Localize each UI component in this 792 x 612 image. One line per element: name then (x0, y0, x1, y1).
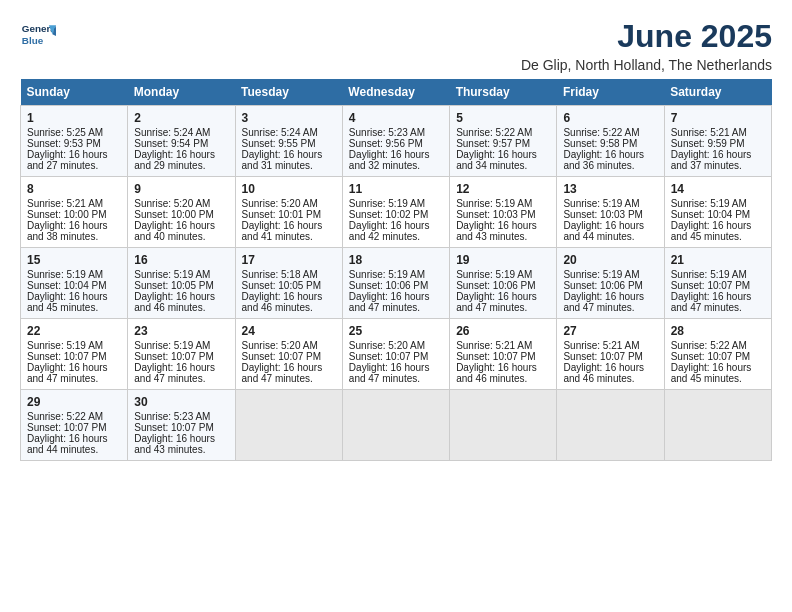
day-number: 12 (456, 182, 550, 196)
day-cell (342, 390, 449, 461)
week-row-5: 29Sunrise: 5:22 AMSunset: 10:07 PMDaylig… (21, 390, 772, 461)
day-number: 27 (563, 324, 657, 338)
day-cell: 12Sunrise: 5:19 AMSunset: 10:03 PMDaylig… (450, 177, 557, 248)
day-cell: 27Sunrise: 5:21 AMSunset: 10:07 PMDaylig… (557, 319, 664, 390)
day-cell: 24Sunrise: 5:20 AMSunset: 10:07 PMDaylig… (235, 319, 342, 390)
day-number: 4 (349, 111, 443, 125)
day-cell (557, 390, 664, 461)
day-number: 1 (27, 111, 121, 125)
week-row-1: 1Sunrise: 5:25 AMSunset: 9:53 PMDaylight… (21, 106, 772, 177)
day-cell: 4Sunrise: 5:23 AMSunset: 9:56 PMDaylight… (342, 106, 449, 177)
day-number: 20 (563, 253, 657, 267)
day-cell: 13Sunrise: 5:19 AMSunset: 10:03 PMDaylig… (557, 177, 664, 248)
day-number: 7 (671, 111, 765, 125)
day-cell: 2Sunrise: 5:24 AMSunset: 9:54 PMDaylight… (128, 106, 235, 177)
calendar-table: SundayMondayTuesdayWednesdayThursdayFrid… (20, 79, 772, 461)
day-number: 18 (349, 253, 443, 267)
day-cell: 1Sunrise: 5:25 AMSunset: 9:53 PMDaylight… (21, 106, 128, 177)
day-number: 13 (563, 182, 657, 196)
col-header-sunday: Sunday (21, 79, 128, 106)
day-number: 14 (671, 182, 765, 196)
day-number: 30 (134, 395, 228, 409)
col-header-friday: Friday (557, 79, 664, 106)
subtitle: De Glip, North Holland, The Netherlands (521, 57, 772, 73)
day-cell: 30Sunrise: 5:23 AMSunset: 10:07 PMDaylig… (128, 390, 235, 461)
col-header-wednesday: Wednesday (342, 79, 449, 106)
logo-icon: General Blue (20, 18, 56, 54)
day-cell: 18Sunrise: 5:19 AMSunset: 10:06 PMDaylig… (342, 248, 449, 319)
day-number: 16 (134, 253, 228, 267)
title-area: June 2025 De Glip, North Holland, The Ne… (521, 18, 772, 73)
day-cell: 29Sunrise: 5:22 AMSunset: 10:07 PMDaylig… (21, 390, 128, 461)
day-number: 24 (242, 324, 336, 338)
logo: General Blue (20, 18, 60, 54)
col-header-thursday: Thursday (450, 79, 557, 106)
day-cell (235, 390, 342, 461)
day-cell: 17Sunrise: 5:18 AMSunset: 10:05 PMDaylig… (235, 248, 342, 319)
col-header-tuesday: Tuesday (235, 79, 342, 106)
day-number: 8 (27, 182, 121, 196)
main-title: June 2025 (521, 18, 772, 55)
page: General Blue June 2025 De Glip, North Ho… (0, 0, 792, 473)
day-number: 19 (456, 253, 550, 267)
day-number: 17 (242, 253, 336, 267)
day-cell: 8Sunrise: 5:21 AMSunset: 10:00 PMDayligh… (21, 177, 128, 248)
col-header-saturday: Saturday (664, 79, 771, 106)
day-number: 9 (134, 182, 228, 196)
day-number: 23 (134, 324, 228, 338)
day-number: 11 (349, 182, 443, 196)
day-number: 15 (27, 253, 121, 267)
day-number: 2 (134, 111, 228, 125)
header-area: General Blue June 2025 De Glip, North Ho… (20, 18, 772, 73)
day-cell: 23Sunrise: 5:19 AMSunset: 10:07 PMDaylig… (128, 319, 235, 390)
header-row: SundayMondayTuesdayWednesdayThursdayFrid… (21, 79, 772, 106)
day-cell: 9Sunrise: 5:20 AMSunset: 10:00 PMDayligh… (128, 177, 235, 248)
week-row-4: 22Sunrise: 5:19 AMSunset: 10:07 PMDaylig… (21, 319, 772, 390)
svg-text:Blue: Blue (22, 35, 44, 46)
day-cell: 11Sunrise: 5:19 AMSunset: 10:02 PMDaylig… (342, 177, 449, 248)
day-number: 10 (242, 182, 336, 196)
day-number: 29 (27, 395, 121, 409)
day-number: 6 (563, 111, 657, 125)
day-cell: 28Sunrise: 5:22 AMSunset: 10:07 PMDaylig… (664, 319, 771, 390)
day-cell: 7Sunrise: 5:21 AMSunset: 9:59 PMDaylight… (664, 106, 771, 177)
day-cell: 16Sunrise: 5:19 AMSunset: 10:05 PMDaylig… (128, 248, 235, 319)
day-cell: 5Sunrise: 5:22 AMSunset: 9:57 PMDaylight… (450, 106, 557, 177)
day-cell: 25Sunrise: 5:20 AMSunset: 10:07 PMDaylig… (342, 319, 449, 390)
day-cell: 15Sunrise: 5:19 AMSunset: 10:04 PMDaylig… (21, 248, 128, 319)
week-row-2: 8Sunrise: 5:21 AMSunset: 10:00 PMDayligh… (21, 177, 772, 248)
day-number: 22 (27, 324, 121, 338)
day-cell: 20Sunrise: 5:19 AMSunset: 10:06 PMDaylig… (557, 248, 664, 319)
day-number: 21 (671, 253, 765, 267)
day-cell: 14Sunrise: 5:19 AMSunset: 10:04 PMDaylig… (664, 177, 771, 248)
day-number: 3 (242, 111, 336, 125)
day-number: 5 (456, 111, 550, 125)
day-cell: 26Sunrise: 5:21 AMSunset: 10:07 PMDaylig… (450, 319, 557, 390)
day-cell (664, 390, 771, 461)
day-cell: 3Sunrise: 5:24 AMSunset: 9:55 PMDaylight… (235, 106, 342, 177)
day-cell: 19Sunrise: 5:19 AMSunset: 10:06 PMDaylig… (450, 248, 557, 319)
week-row-3: 15Sunrise: 5:19 AMSunset: 10:04 PMDaylig… (21, 248, 772, 319)
day-number: 25 (349, 324, 443, 338)
col-header-monday: Monday (128, 79, 235, 106)
day-number: 26 (456, 324, 550, 338)
day-cell (450, 390, 557, 461)
day-cell: 6Sunrise: 5:22 AMSunset: 9:58 PMDaylight… (557, 106, 664, 177)
day-number: 28 (671, 324, 765, 338)
day-cell: 22Sunrise: 5:19 AMSunset: 10:07 PMDaylig… (21, 319, 128, 390)
day-cell: 10Sunrise: 5:20 AMSunset: 10:01 PMDaylig… (235, 177, 342, 248)
day-cell: 21Sunrise: 5:19 AMSunset: 10:07 PMDaylig… (664, 248, 771, 319)
